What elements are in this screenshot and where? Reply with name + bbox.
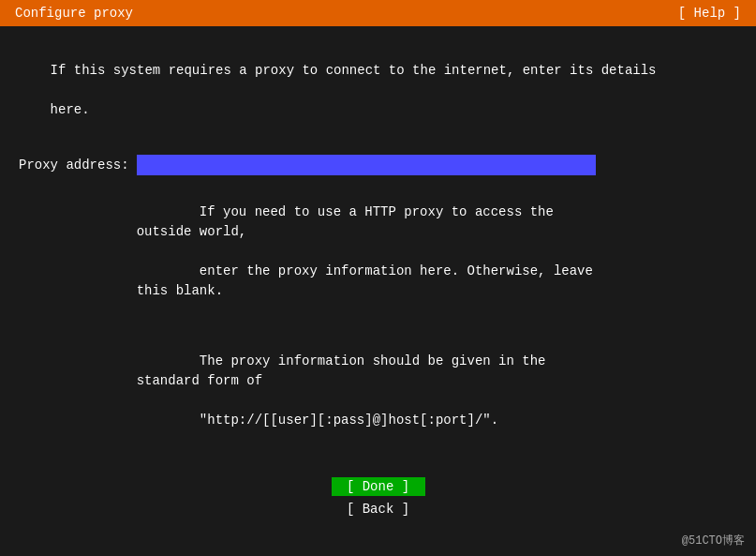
back-button[interactable]: [ Back ] [332,500,425,518]
format-text-block: The proxy information should be given in… [137,332,596,450]
watermark: @51CTO博客 [682,533,745,548]
proxy-label: Proxy address: [19,155,129,175]
title-text: Configure proxy [15,6,133,21]
title-bar: Configure proxy [ Help ] [0,0,756,26]
help-text-block: If you need to use a HTTP proxy to acces… [137,183,596,321]
intro-text: If this system requires a proxy to conne… [19,41,737,140]
done-button[interactable]: [ Done ] [332,477,425,496]
proxy-input[interactable] [137,155,596,175]
help-button[interactable]: [ Help ] [678,6,741,21]
